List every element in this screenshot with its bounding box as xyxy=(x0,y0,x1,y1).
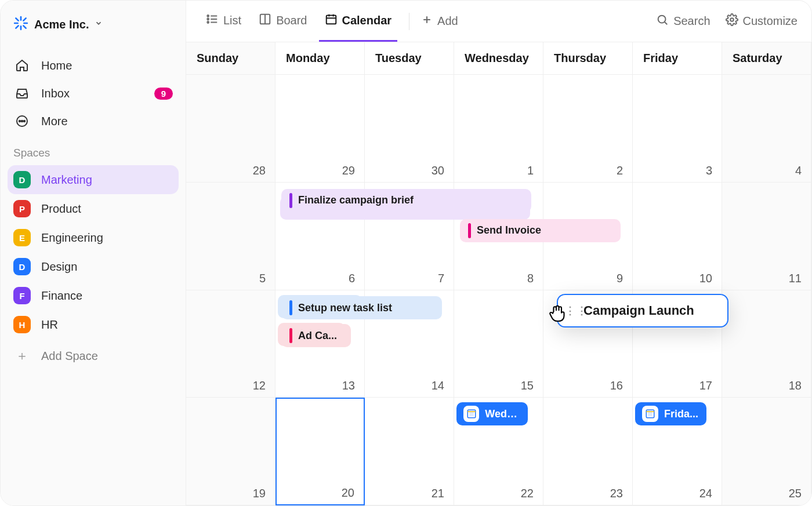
calendar-cell[interactable]: 15 xyxy=(454,290,543,398)
calendar-cell[interactable]: 4 xyxy=(722,75,811,183)
space-hr[interactable]: H HR xyxy=(8,310,179,339)
day-header-tue: Tuesday xyxy=(365,42,454,75)
customize-label: Customize xyxy=(743,14,798,28)
day-header-sat: Saturday xyxy=(722,42,811,75)
space-chip: H xyxy=(13,316,31,333)
tab-board[interactable]: Board xyxy=(253,1,313,42)
nav-label: More xyxy=(41,115,68,128)
search-button[interactable]: Search xyxy=(656,13,710,29)
chevron-down-icon xyxy=(95,19,103,30)
space-chip: D xyxy=(13,171,31,188)
space-engineering[interactable]: E Engineering xyxy=(8,223,179,252)
gcal-icon xyxy=(463,406,479,422)
calendar-cell-today[interactable]: 20 xyxy=(276,398,365,505)
workspace-name: Acme Inc. xyxy=(34,18,89,31)
svg-rect-20 xyxy=(326,15,336,24)
calendar-cell[interactable]: Frida... 24 xyxy=(633,398,722,505)
topbar: List Board Calendar Add Search xyxy=(186,1,811,42)
add-space-label: Add Space xyxy=(41,350,98,363)
calendar-cell[interactable]: 23 xyxy=(543,398,633,505)
calendar-cell[interactable]: 30 xyxy=(365,75,454,183)
space-label: Engineering xyxy=(41,231,103,245)
sidebar: Acme Inc. Home Inbox 9 xyxy=(1,1,186,505)
plus-icon: ＋ xyxy=(13,347,31,365)
calendar: Sunday Monday Tuesday Wednesday Thursday… xyxy=(186,42,811,505)
inbox-badge: 9 xyxy=(154,88,173,100)
search-label: Search xyxy=(673,14,710,28)
day-header-fri: Friday xyxy=(633,42,722,75)
space-design[interactable]: D Design xyxy=(8,252,179,281)
tab-calendar[interactable]: Calendar xyxy=(319,1,398,42)
board-icon xyxy=(259,13,271,28)
event-setup-task-list[interactable]: Setup new task list xyxy=(281,296,442,319)
svg-point-14 xyxy=(207,18,209,20)
tab-label: Board xyxy=(276,14,307,27)
day-header-thu: Thursday xyxy=(543,42,633,75)
nav-more[interactable]: More xyxy=(8,107,179,135)
calendar-cell[interactable]: 11 xyxy=(722,183,811,290)
main: List Board Calendar Add Search xyxy=(186,1,811,505)
add-view-button[interactable]: Add xyxy=(421,14,458,28)
calendar-cell[interactable]: 18 xyxy=(722,290,811,398)
search-icon xyxy=(656,13,669,29)
space-chip: F xyxy=(13,287,31,304)
dragging-event-card[interactable]: ⋮⋮ Campaign Launch xyxy=(557,294,728,327)
separator xyxy=(409,13,409,30)
calendar-cell[interactable]: 19 xyxy=(186,398,276,505)
space-label: Product xyxy=(41,202,81,216)
calendar-cell[interactable]: 12 xyxy=(186,290,276,398)
svg-point-16 xyxy=(207,21,209,23)
spaces-list: D Marketing P Product E Engineering D De… xyxy=(8,165,179,339)
event-ad-campaign[interactable]: Ad Ca... xyxy=(281,324,351,347)
event-gcal-wednesday[interactable]: Wedn... xyxy=(456,402,528,425)
event-gcal-friday[interactable]: Frida... xyxy=(635,402,706,425)
tab-label: Calendar xyxy=(342,14,392,27)
primary-nav: Home Inbox 9 More xyxy=(8,52,179,135)
cursor-grab-icon xyxy=(548,302,568,325)
gear-icon xyxy=(726,13,738,29)
calendar-cell[interactable]: 29 xyxy=(276,75,365,183)
calendar-cell[interactable]: Wedn... 22 xyxy=(454,398,543,505)
event-send-invoice[interactable]: Send Invoice xyxy=(460,219,621,242)
calendar-header: Sunday Monday Tuesday Wednesday Thursday… xyxy=(186,42,811,75)
calendar-cell[interactable]: 28 xyxy=(186,75,276,183)
day-header-wed: Wednesday xyxy=(454,42,543,75)
calendar-cell[interactable]: 1 xyxy=(454,75,543,183)
event-finalize-brief[interactable]: Finalize campaign brief xyxy=(281,189,531,212)
day-header-sun: Sunday xyxy=(186,42,276,75)
space-chip: E xyxy=(13,229,31,246)
calendar-cell[interactable]: 10 xyxy=(633,183,722,290)
space-finance[interactable]: F Finance xyxy=(8,281,179,310)
calendar-cell[interactable]: 21 xyxy=(365,398,454,505)
tab-list[interactable]: List xyxy=(200,1,247,42)
gcal-icon xyxy=(642,406,658,422)
workspace-switcher[interactable]: Acme Inc. xyxy=(8,12,179,37)
drag-handle-icon[interactable]: ⋮⋮ xyxy=(565,304,588,317)
space-label: Design xyxy=(41,260,77,274)
calendar-cell[interactable]: 3 xyxy=(633,75,722,183)
nav-label: Inbox xyxy=(41,87,70,100)
svg-line-3 xyxy=(23,26,26,28)
customize-button[interactable]: Customize xyxy=(726,13,798,29)
plus-icon xyxy=(421,14,433,28)
svg-point-26 xyxy=(658,16,666,23)
calendar-cell[interactable]: 25 xyxy=(722,398,811,505)
svg-line-6 xyxy=(16,26,18,28)
calendar-cell[interactable]: 5 xyxy=(186,183,276,290)
calendar-cell[interactable]: 2 xyxy=(543,75,633,183)
space-marketing[interactable]: D Marketing xyxy=(8,165,179,194)
add-space-button[interactable]: ＋ Add Space xyxy=(8,339,179,373)
nav-inbox[interactable]: Inbox 9 xyxy=(8,79,179,107)
svg-point-10 xyxy=(21,121,23,122)
space-chip: P xyxy=(13,200,31,217)
space-label: Finance xyxy=(41,289,82,303)
svg-rect-30 xyxy=(469,412,474,417)
space-label: Marketing xyxy=(41,173,92,187)
space-product[interactable]: P Product xyxy=(8,194,179,223)
more-icon xyxy=(13,114,31,128)
nav-home[interactable]: Home xyxy=(8,52,179,79)
svg-point-11 xyxy=(24,121,25,122)
space-chip: D xyxy=(13,258,31,275)
calendar-grid: 28 29 30 1 2 3 4 5 6 7 8 9 10 11 12 xyxy=(186,75,811,505)
svg-rect-32 xyxy=(648,412,652,417)
